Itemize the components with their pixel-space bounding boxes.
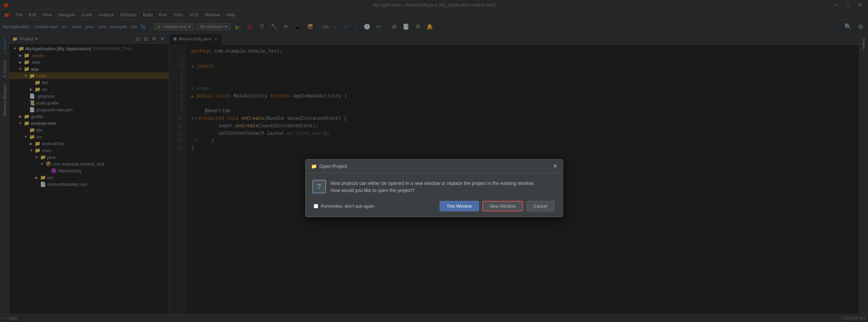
dialog-message-2: How would you like to open the project? (331, 188, 414, 193)
dialog-message-1: New projects can either be opened in a n… (331, 181, 535, 186)
dialog-title-bar: 📁 Open Project ✕ (306, 159, 563, 173)
this-window-button[interactable]: This Window (440, 201, 479, 211)
dialog-buttons: This Window New Window Cancel (440, 201, 555, 211)
dialog-text: New projects can either be opened in a n… (331, 180, 535, 194)
remember-checkbox[interactable] (314, 204, 318, 208)
dialog-question-icon: ? (312, 180, 326, 193)
new-window-button[interactable]: New Window (482, 201, 523, 211)
dialog-footer: Remember, don't ask again This Window Ne… (312, 201, 556, 211)
dialog-title-label: Open Project (320, 164, 347, 169)
cancel-button[interactable]: Cancel (526, 201, 554, 211)
dialog-title: 📁 Open Project (311, 164, 347, 169)
dialog-overlay: 📁 Open Project ✕ ? New projects can eith… (0, 0, 868, 322)
dialog-message-row: ? New projects can either be opened in a… (312, 180, 556, 194)
dialog-body: ? New projects can either be opened in a… (306, 173, 563, 217)
dialog-folder-icon: 📁 (311, 164, 317, 169)
remember-label: Remember, don't ask again (321, 204, 374, 209)
open-project-dialog: 📁 Open Project ✕ ? New projects can eith… (305, 159, 563, 217)
dialog-close-button[interactable]: ✕ (553, 163, 557, 169)
dialog-checkbox-row: Remember, don't ask again (314, 204, 374, 209)
